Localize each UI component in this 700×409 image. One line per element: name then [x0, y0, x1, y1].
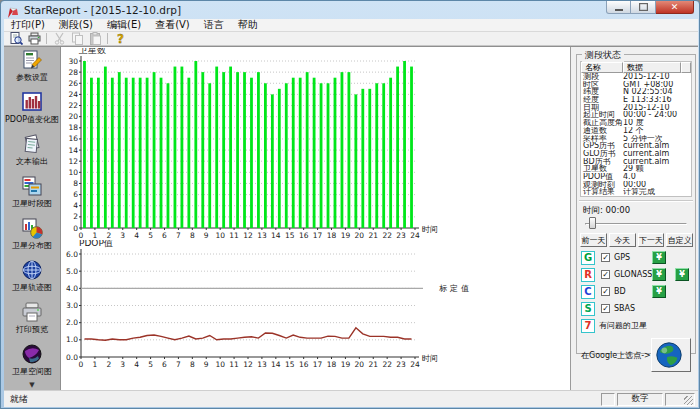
- checkbox-bd[interactable]: ✓: [601, 287, 610, 296]
- svg-text:19: 19: [341, 360, 351, 369]
- svg-text:14: 14: [271, 231, 281, 240]
- print-button[interactable]: [25, 32, 43, 45]
- checkbox-sbas[interactable]: ✓: [601, 304, 610, 313]
- svg-text:16: 16: [299, 231, 309, 240]
- sidebar-item-text-output[interactable]: 文本输出: [4, 131, 60, 173]
- svg-text:1: 1: [93, 231, 98, 240]
- sidebar-item-params[interactable]: 参数设置: [4, 47, 60, 89]
- minimize-button[interactable]: [606, 1, 631, 14]
- status-row-value: 00:00 - 24:00: [623, 111, 691, 119]
- google-earth-button[interactable]: [651, 338, 691, 372]
- sidebar-item-sat-space[interactable]: 卫星空间图: [4, 341, 60, 383]
- sidebar-scroll-down-icon[interactable]: ▼: [29, 381, 34, 389]
- prev-day-button[interactable]: 前一天: [580, 233, 607, 247]
- system-label-glonass: GLONASS: [614, 270, 652, 279]
- select-gps-satellites-button[interactable]: ¥: [652, 251, 666, 264]
- pdop-value-chart: 0.01.02.03.04.05.06.00123456789101112131…: [62, 240, 570, 380]
- status-row-name: GPS历书: [581, 142, 623, 150]
- custom-button[interactable]: 自定义: [666, 233, 693, 247]
- svg-text:10: 10: [215, 231, 225, 240]
- help-button[interactable]: ?: [111, 32, 129, 45]
- checkbox-glonass[interactable]: ✓: [601, 270, 610, 279]
- status-table-row: 观测时刻00:00: [581, 181, 691, 189]
- svg-text:11: 11: [229, 231, 239, 240]
- svg-text:时间: 时间: [422, 225, 438, 234]
- svg-text:标定值: 标定值: [439, 284, 472, 293]
- sidebar-item-sat-distribution[interactable]: 卫星分布图: [4, 215, 60, 257]
- checkbox-gps[interactable]: ✓: [601, 253, 610, 262]
- google-pick-label: 在Google上选点->: [581, 350, 651, 361]
- print-preview-button[interactable]: [7, 32, 25, 45]
- next-day-button[interactable]: 下一天: [638, 233, 665, 247]
- sidebar-item-label: 参数设置: [16, 72, 48, 83]
- svg-text:7: 7: [176, 360, 181, 369]
- time-slider[interactable]: [585, 216, 687, 230]
- select-glonass-satellites-button[interactable]: ¥: [652, 268, 666, 281]
- today-button[interactable]: 今天: [609, 233, 636, 247]
- preview-icon: [10, 32, 23, 45]
- sat-space-icon: [20, 343, 44, 365]
- sidebar-item-sat-period[interactable]: 卫星时段图: [4, 173, 60, 215]
- printer-big-icon: [20, 301, 44, 323]
- svg-text:15: 15: [285, 360, 295, 369]
- status-row-value: 计算完成: [623, 188, 691, 196]
- status-row-name: 通道数: [581, 127, 623, 135]
- menu-item-0[interactable]: 打印(P): [4, 18, 52, 32]
- sidebar-item-label: 卫星分布图: [12, 240, 52, 251]
- status-row-value: 2015-12-10: [623, 73, 691, 81]
- menu-item-3[interactable]: 查看(V): [148, 18, 197, 32]
- status-row-value: 29 颗: [623, 165, 691, 173]
- select-bd-satellites-button[interactable]: ¥: [652, 285, 666, 298]
- titlebar: StarReport - [2015-12-10.drp] ✕: [1, 1, 699, 19]
- svg-text:24: 24: [410, 360, 420, 369]
- toolbar: ?: [4, 32, 698, 46]
- svg-text:9: 9: [204, 231, 209, 240]
- status-row-value: 10 度: [623, 119, 691, 127]
- status-row-name: 纬度: [581, 88, 623, 96]
- maximize-button[interactable]: [631, 1, 656, 14]
- svg-text:8: 8: [73, 179, 78, 188]
- system-row-bd: C✓BD¥: [577, 283, 695, 300]
- close-button[interactable]: ✕: [656, 1, 694, 14]
- menu-item-2[interactable]: 编辑(E): [100, 18, 148, 32]
- svg-text:22: 22: [382, 231, 392, 240]
- svg-text:21: 21: [368, 360, 378, 369]
- menu-item-5[interactable]: 帮助: [231, 18, 265, 32]
- time-slider-thumb[interactable]: [589, 217, 596, 229]
- status-table-row: 经度E 113:33:16: [581, 96, 691, 104]
- select-glonass-satellites-extra-button[interactable]: ¥: [675, 268, 689, 281]
- status-row-value: 12 个: [623, 127, 691, 135]
- column-data: 数据: [623, 62, 681, 73]
- problem-satellites-row: 7 有问题的卫星: [577, 317, 695, 334]
- status-table-row: 起止时间00:00 - 24:00: [581, 111, 691, 119]
- main-content: 参数设置PDOP值变化图文本输出卫星时段图卫星分布图卫星轨迹图打印预览卫星空间图…: [4, 46, 698, 390]
- svg-text:5.0: 5.0: [66, 267, 78, 276]
- menu-item-1[interactable]: 测段(S): [52, 18, 100, 32]
- status-table-row: BD历书current.alm: [581, 158, 691, 166]
- status-table-row: GLO历书current.alm: [581, 150, 691, 158]
- svg-text:23: 23: [396, 231, 406, 240]
- svg-text:18: 18: [68, 123, 78, 132]
- window-title: StarReport - [2015-12-10.drp]: [24, 4, 181, 16]
- menu-item-4[interactable]: 语言: [197, 18, 231, 32]
- status-table-row: 截止高度角10 度: [581, 119, 691, 127]
- svg-text:19: 19: [341, 231, 351, 240]
- status-text: 就绪: [4, 393, 601, 406]
- svg-text:17: 17: [313, 231, 323, 240]
- time-value: 00:00: [606, 205, 631, 215]
- svg-text:2: 2: [73, 212, 78, 221]
- svg-text:6: 6: [162, 360, 167, 369]
- status-row-value: current.alm: [623, 158, 691, 166]
- status-row-value: 2015-12-10: [623, 104, 691, 112]
- problem-satellites-label: 有问题的卫星: [599, 320, 647, 331]
- sidebar-item-sat-track[interactable]: 卫星轨迹图: [4, 257, 60, 299]
- time-label: 时间:: [583, 205, 603, 215]
- status-table-row: 计算结果计算完成: [581, 188, 691, 196]
- sidebar-item-pdop-change[interactable]: PDOP值变化图: [4, 89, 60, 131]
- svg-text:10: 10: [215, 360, 225, 369]
- sidebar-item-label: 文本输出: [16, 156, 48, 167]
- sidebar-item-print-preview[interactable]: 打印预览: [4, 299, 60, 341]
- system-label-sbas: SBAS: [614, 304, 652, 313]
- status-table-header: 名称 数据: [581, 62, 691, 73]
- status-table-row: 测段2015-12-10: [581, 73, 691, 81]
